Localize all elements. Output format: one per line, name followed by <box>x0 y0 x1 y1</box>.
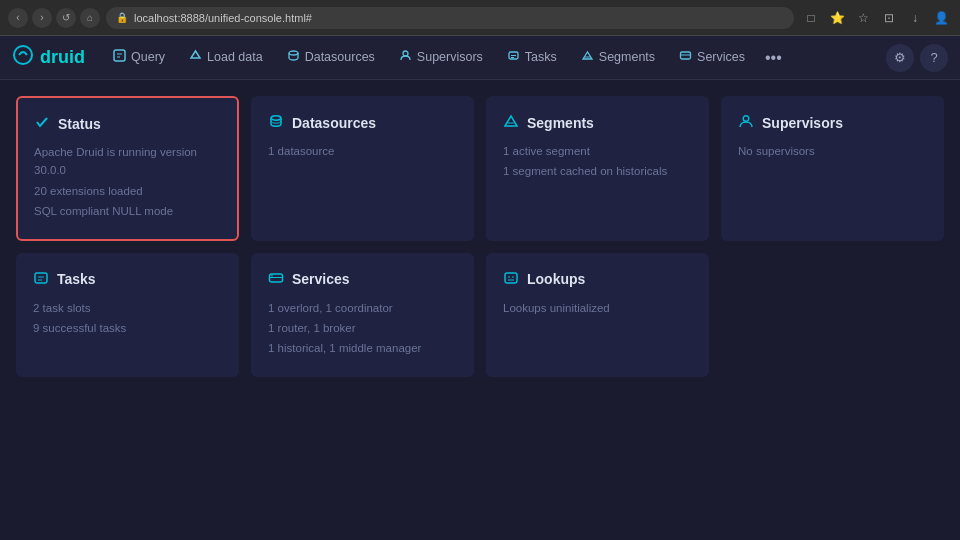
tab-tasks[interactable]: Tasks <box>495 36 569 80</box>
svg-rect-9 <box>35 273 47 283</box>
status-detail-2: 20 extensions loaded <box>34 182 221 200</box>
tab-supervisors-label: Supervisors <box>417 50 483 64</box>
card-status-details: Apache Druid is running version 30.0.0 2… <box>34 143 221 221</box>
load-data-icon <box>189 49 202 65</box>
svg-rect-12 <box>505 273 517 283</box>
svg-point-0 <box>14 46 32 64</box>
reload-button[interactable]: ↺ <box>56 8 76 28</box>
card-segments-details: 1 active segment 1 segment cached on his… <box>503 142 692 181</box>
segments-card-icon <box>503 113 519 132</box>
card-services[interactable]: Services 1 overlord, 1 coordinator 1 rou… <box>251 253 474 377</box>
services-card-icon <box>268 270 284 289</box>
forward-button[interactable]: › <box>32 8 52 28</box>
svg-point-4 <box>403 51 408 56</box>
card-supervisors-title: Supervisors <box>762 115 843 131</box>
browser-menu-4[interactable]: ⊡ <box>878 7 900 29</box>
query-icon <box>113 49 126 65</box>
card-segments-header: Segments <box>503 113 692 132</box>
browser-chrome: ‹ › ↺ ⌂ 🔒 localhost:8888/unified-console… <box>0 0 960 36</box>
status-icon <box>34 114 50 133</box>
supervisors-detail-1: No supervisors <box>738 142 927 160</box>
app-header: druid Query Load data <box>0 36 960 80</box>
card-datasources-details: 1 datasource <box>268 142 457 160</box>
card-services-details: 1 overlord, 1 coordinator 1 router, 1 br… <box>268 299 457 358</box>
card-supervisors[interactable]: Supervisors No supervisors <box>721 96 944 241</box>
card-datasources-title: Datasources <box>292 115 376 131</box>
tasks-card-icon <box>33 270 49 289</box>
tab-services-label: Services <box>697 50 745 64</box>
services-detail-3: 1 historical, 1 middle manager <box>268 339 457 357</box>
browser-profile[interactable]: 👤 <box>930 7 952 29</box>
cards-row-1: Status Apache Druid is running version 3… <box>16 96 944 241</box>
card-supervisors-details: No supervisors <box>738 142 927 160</box>
settings-icon: ⚙ <box>894 50 906 65</box>
help-icon: ? <box>930 50 937 65</box>
tab-segments[interactable]: Segments <box>569 36 667 80</box>
tab-segments-label: Segments <box>599 50 655 64</box>
browser-download[interactable]: ↓ <box>904 7 926 29</box>
datasources-icon <box>287 49 300 65</box>
card-tasks-header: Tasks <box>33 270 222 289</box>
tab-load-data-label: Load data <box>207 50 263 64</box>
nav-tabs: Query Load data Datasources <box>101 36 886 80</box>
nav-more-button[interactable]: ••• <box>757 36 790 80</box>
logo[interactable]: druid <box>12 44 85 71</box>
logo-icon <box>12 44 34 71</box>
logo-text: druid <box>40 47 85 68</box>
tab-query[interactable]: Query <box>101 36 177 80</box>
services-icon <box>679 49 692 65</box>
card-services-title: Services <box>292 271 350 287</box>
back-button[interactable]: ‹ <box>8 8 28 28</box>
card-supervisors-header: Supervisors <box>738 113 927 132</box>
browser-actions: □ ⭐ ☆ ⊡ ↓ 👤 <box>800 7 952 29</box>
browser-menu-3[interactable]: ☆ <box>852 7 874 29</box>
settings-button[interactable]: ⚙ <box>886 44 914 72</box>
tab-datasources-label: Datasources <box>305 50 375 64</box>
tab-tasks-label: Tasks <box>525 50 557 64</box>
tasks-detail-2: 9 successful tasks <box>33 319 222 337</box>
card-lookups-details: Lookups uninitialized <box>503 299 692 317</box>
svg-marker-2 <box>191 51 200 58</box>
url-text: localhost:8888/unified-console.html# <box>134 12 312 24</box>
lock-icon: 🔒 <box>116 12 128 23</box>
status-detail-3: SQL compliant NULL mode <box>34 202 221 220</box>
datasources-detail-1: 1 datasource <box>268 142 457 160</box>
services-detail-1: 1 overlord, 1 coordinator <box>268 299 457 317</box>
tab-load-data[interactable]: Load data <box>177 36 275 80</box>
card-segments[interactable]: Segments 1 active segment 1 segment cach… <box>486 96 709 241</box>
services-detail-2: 1 router, 1 broker <box>268 319 457 337</box>
svg-point-8 <box>743 116 749 122</box>
card-services-header: Services <box>268 270 457 289</box>
svg-point-11 <box>271 275 273 277</box>
address-bar[interactable]: 🔒 localhost:8888/unified-console.html# <box>106 7 794 29</box>
card-status[interactable]: Status Apache Druid is running version 3… <box>16 96 239 241</box>
svg-point-7 <box>271 116 281 120</box>
help-button[interactable]: ? <box>920 44 948 72</box>
supervisors-card-icon <box>738 113 754 132</box>
card-tasks-title: Tasks <box>57 271 96 287</box>
card-lookups-header: Lookups <box>503 270 692 289</box>
card-datasources[interactable]: Datasources 1 datasource <box>251 96 474 241</box>
card-lookups-title: Lookups <box>527 271 585 287</box>
segments-icon <box>581 49 594 65</box>
card-datasources-header: Datasources <box>268 113 457 132</box>
svg-point-3 <box>289 51 298 55</box>
segments-detail-2: 1 segment cached on historicals <box>503 162 692 180</box>
browser-menu-1[interactable]: □ <box>800 7 822 29</box>
card-status-header: Status <box>34 114 221 133</box>
segments-detail-1: 1 active segment <box>503 142 692 160</box>
card-tasks[interactable]: Tasks 2 task slots 9 successful tasks <box>16 253 239 377</box>
tab-supervisors[interactable]: Supervisors <box>387 36 495 80</box>
datasources-card-icon <box>268 113 284 132</box>
card-status-title: Status <box>58 116 101 132</box>
home-button[interactable]: ⌂ <box>80 8 100 28</box>
tab-datasources[interactable]: Datasources <box>275 36 387 80</box>
card-lookups[interactable]: Lookups Lookups uninitialized <box>486 253 709 377</box>
card-segments-title: Segments <box>527 115 594 131</box>
lookups-card-icon <box>503 270 519 289</box>
tasks-detail-1: 2 task slots <box>33 299 222 317</box>
browser-menu-2[interactable]: ⭐ <box>826 7 848 29</box>
header-right: ⚙ ? <box>886 44 948 72</box>
tab-services[interactable]: Services <box>667 36 757 80</box>
lookups-detail-1: Lookups uninitialized <box>503 299 692 317</box>
